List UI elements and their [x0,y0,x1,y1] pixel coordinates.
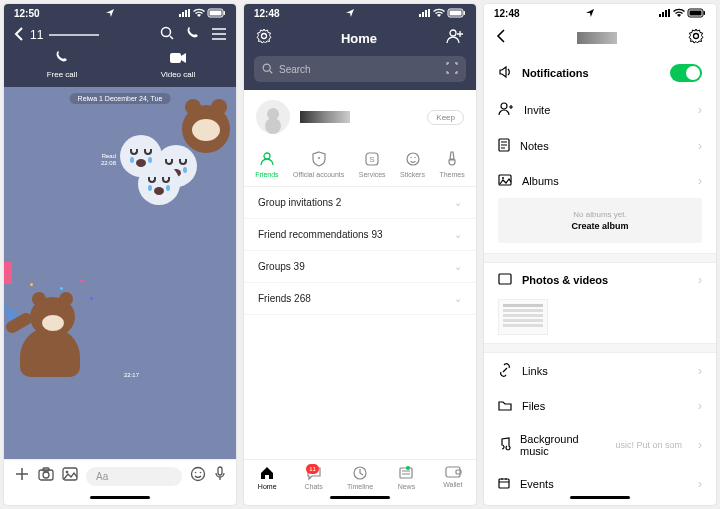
smiley-icon [404,150,422,168]
section-divider [484,343,716,353]
unread-count: 11 [30,28,43,42]
row-photos-videos[interactable]: Photos & videos › [484,263,716,297]
home-indicator[interactable] [570,496,630,499]
nav-timeline[interactable]: Timeline [337,466,383,490]
camera-icon [170,50,186,67]
svg-point-47 [501,103,507,109]
add-friend-icon[interactable] [446,28,464,48]
camera-capture-icon[interactable] [38,467,54,485]
call-icon[interactable] [186,26,200,44]
nav-wallet[interactable]: Wallet [430,466,476,490]
video-call-button[interactable]: Video call [120,46,236,87]
row-links[interactable]: Links › [484,353,716,389]
svg-rect-23 [463,11,465,15]
shield-icon [310,150,328,168]
settings-screen: 12:48 Notifications Invite › Notes › [484,4,716,505]
status-right [659,9,706,17]
chevron-right-icon: › [698,364,702,378]
row-notes[interactable]: Notes › [484,128,716,164]
nav-chats[interactable]: 11 Chats [290,466,336,490]
battery-icon [208,9,226,17]
category-themes[interactable]: Themes [439,150,464,178]
home-indicator[interactable] [330,496,390,499]
gallery-icon[interactable] [62,467,78,485]
chats-badge: 11 [306,464,319,474]
plus-icon[interactable] [14,466,30,486]
album-empty-box[interactable]: No albums yet. Create album [498,198,702,243]
chevron-right-icon: › [698,174,702,188]
svg-point-36 [414,157,415,158]
speaker-icon [498,65,512,81]
clock-icon [353,466,367,481]
battery-icon [688,9,706,17]
chevron-down-icon: ⌄ [454,197,462,208]
nav-news[interactable]: News [383,466,429,490]
row-group-invitations[interactable]: Group invitations 2⌄ [244,187,476,219]
search-field[interactable]: Search [254,56,466,82]
input-placeholder: Aa [96,471,108,482]
row-friend-recommendations[interactable]: Friend recommendations 93⌄ [244,219,476,251]
chevron-right-icon: › [698,103,702,117]
mic-icon[interactable] [214,466,226,486]
status-right [179,9,226,17]
category-friends[interactable]: Friends [255,150,278,178]
svg-line-4 [170,36,173,39]
menu-icon[interactable] [212,26,226,44]
row-bgm[interactable]: Background music usic! Put on som › [484,423,716,467]
chat-body[interactable]: Reiwa 1 December 24, Tue Read 22:08 22:1… [4,87,236,459]
emoji-icon[interactable] [190,466,206,486]
profile-row[interactable]: Keep [244,90,476,144]
category-official[interactable]: Official accounts [293,150,344,178]
svg-point-12 [43,472,49,478]
chat-screen: 12:50 11 Free call [4,4,236,505]
settings-icon[interactable] [256,28,272,48]
read-time: 22:08 [101,160,116,167]
row-albums[interactable]: Albums › [484,164,716,198]
profile-name-redacted [300,111,350,123]
status-bar: 12:48 [484,4,716,22]
svg-rect-45 [703,11,705,15]
gear-icon[interactable] [688,28,704,48]
photo-thumbnail[interactable] [498,299,548,335]
home-screen: 12:48 Home Search Keep Friends [244,4,476,505]
keep-button[interactable]: Keep [427,110,464,125]
chevron-right-icon: › [698,438,702,452]
svg-rect-22 [449,11,461,16]
svg-rect-57 [499,479,509,488]
category-stickers[interactable]: Stickers [400,150,425,178]
notifications-toggle[interactable] [670,64,702,82]
chevron-down-icon: ⌄ [454,293,462,304]
svg-rect-19 [218,467,222,475]
album-empty-text: No albums yet. [498,210,702,219]
home-indicator[interactable] [90,496,150,499]
row-files[interactable]: Files › [484,389,716,423]
row-groups[interactable]: Groups 39⌄ [244,251,476,283]
qr-scan-icon[interactable] [446,60,458,78]
row-notifications[interactable]: Notifications [484,54,716,92]
pink-marker [4,262,12,284]
status-time: 12:50 [14,8,40,19]
search-icon[interactable] [160,26,174,44]
sticker-moon-crying [138,163,180,205]
row-friends[interactable]: Friends 268⌄ [244,283,476,315]
search-placeholder: Search [279,64,440,75]
category-services[interactable]: S Services [359,150,386,178]
back-icon[interactable] [496,29,506,47]
avatar [256,100,290,134]
svg-point-34 [407,153,419,165]
settings-scroll[interactable]: Notifications Invite › Notes › Albums › … [484,54,716,492]
sticker-bear-celebrate [10,287,100,377]
message-input[interactable]: Aa [86,467,182,486]
sticker-bear-brown [182,105,230,153]
status-time: 12:48 [494,8,520,19]
brush-icon [443,150,461,168]
free-call-button[interactable]: Free call [4,46,120,87]
back-icon[interactable] [14,27,24,44]
row-invite[interactable]: Invite › [484,92,716,128]
chat-name-redacted [49,34,99,36]
chevron-down-icon: ⌄ [454,229,462,240]
music-icon [498,437,510,453]
row-events[interactable]: Events › [484,467,716,492]
nav-home[interactable]: Home [244,466,290,490]
video-call-label: Video call [120,70,236,79]
